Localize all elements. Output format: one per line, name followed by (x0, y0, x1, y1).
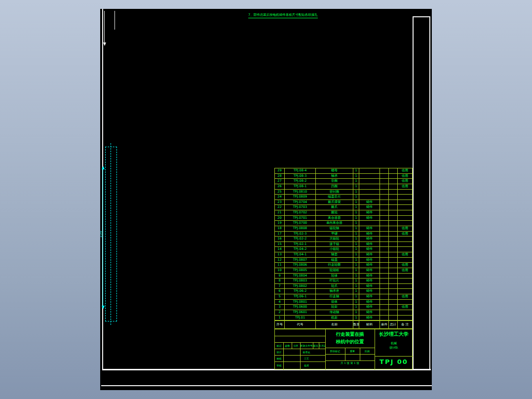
bom-cell-qty: 1 (353, 305, 359, 310)
bom-cell-total (389, 252, 398, 257)
bom-header-cell: 数量 (353, 321, 359, 328)
bom-cell-name: 棘爪 (316, 205, 353, 210)
bom-cell-material: 铸件 (359, 226, 380, 231)
bom-cell-no: 7 (275, 284, 285, 289)
bom-cell-no: 9 (275, 274, 285, 279)
bom-cell-total (389, 263, 398, 268)
bom-row: 8TPJ.0803叶轮片1铸件 (275, 279, 412, 284)
bom-cell-qty: 1 (353, 289, 359, 294)
bom-cell-total (389, 289, 398, 294)
bom-cell-unit (380, 258, 389, 263)
bom-cell-material: 铸件 (359, 284, 380, 289)
bom-cell-material (359, 174, 380, 179)
bom-row: 10TPJ.0805轮辐板1铸件借用 (275, 268, 412, 274)
bom-cell-name: 垫圈 (316, 179, 353, 184)
bom-cell-no: 28 (275, 174, 285, 179)
bom-cell-no: 16 (275, 237, 285, 241)
bom-cell-total (389, 316, 398, 320)
bom-cell-unit (380, 252, 389, 257)
bom-cell-remark (398, 190, 412, 195)
bom-row: 13TPJ.04-1轴套1铸件借用 (275, 252, 412, 258)
bom-cell-material: 铸件 (359, 200, 380, 205)
bom-cell-name: 轮架 (316, 305, 353, 310)
bom-cell-name: 行走轮毂 (316, 263, 353, 268)
bom-cell-name: 密封圈 (316, 190, 353, 195)
bom-cell-unit (380, 279, 389, 283)
bom-cell-qty: 1 (353, 179, 359, 184)
bom-header-cell: 序号 (275, 321, 285, 328)
bom-cell-qty: 1 (353, 195, 359, 200)
bom-rows: 29TPJ.08-4螺母1借用28TPJ.08-3轴承1借用27TPJ.08-2… (275, 168, 412, 320)
label-stage-mark: 阶段标记 (325, 350, 345, 353)
page-background: 7、部件总装后按电机铸件基板尺寸配钻各联接孔 250 29TPJ.08-4螺母1… (0, 0, 532, 399)
bom-cell-unit (380, 226, 389, 231)
bom-cell-qty: 1 (353, 274, 359, 279)
bom-row: 6TPJ.06-2轴承座1铸件 (275, 289, 412, 294)
bom-row: 12TPJ.0807端盖1铸件 (275, 258, 412, 263)
bom-cell-code: TPJ.0803 (285, 279, 316, 283)
bom-cell-code: TPJ.04-1 (285, 252, 316, 257)
bom-cell-remark: 借用 (398, 168, 412, 173)
bom-cell-remark (398, 221, 412, 226)
sheet-bottom-edge-line (101, 385, 432, 386)
bom-cell-unit (380, 310, 389, 315)
bom-cell-unit (380, 284, 389, 289)
bom-cell-no: 24 (275, 195, 285, 200)
bom-cell-material (359, 221, 380, 226)
bom-cell-material: 铸件 (359, 210, 380, 215)
bom-cell-total (389, 268, 398, 273)
bom-cell-qty: 1 (353, 294, 359, 299)
bom-cell-material: 铸件 (359, 263, 380, 268)
university-name: 长沙理工大学 (375, 331, 413, 338)
bom-cell-code: TPJ.08-3 (285, 174, 316, 179)
bom-cell-total (389, 294, 398, 299)
bom-cell-material (359, 195, 380, 200)
bom-cell-remark (398, 316, 412, 320)
bom-row: 14TPJ.04-2小链轮1铸件 (275, 247, 412, 252)
bom-cell-remark: 借用 (398, 305, 412, 310)
bom-row: 15TPJ.02-1滚子链1铸件 (275, 242, 412, 247)
label-process: 工艺 (300, 357, 313, 360)
bom-cell-no: 18 (275, 226, 285, 231)
bom-cell-remark (398, 310, 412, 315)
bom-cell-material: 铸件 (359, 205, 380, 210)
bom-cell-material: 铸件 (359, 305, 380, 310)
bom-cell-unit (380, 316, 389, 320)
bom-cell-name: 轮辐板 (316, 268, 353, 273)
bom-cell-unit (380, 179, 389, 184)
bom-cell-no: 10 (275, 268, 285, 273)
bom-cell-total (389, 216, 398, 221)
bom-cell-qty: 1 (353, 232, 359, 237)
label-check: 校核 (275, 357, 283, 360)
bom-cell-qty: 1 (353, 168, 359, 173)
bom-row: 2TPJ.0601传动轴1铸件 (275, 310, 412, 316)
bom-cell-qty: 1 (353, 190, 359, 195)
bom-cell-total (389, 168, 398, 173)
bom-cell-qty: 1 (353, 284, 359, 289)
bom-table: 29TPJ.08-4螺母1借用28TPJ.08-3轴承1借用27TPJ.08-2… (274, 168, 413, 329)
titleblock-grid-line (275, 336, 325, 336)
label-sign: 签名 (313, 344, 319, 347)
bom-cell-name: 滚子链 (316, 242, 353, 247)
bom-cell-material: 铸件 (359, 294, 380, 299)
bom-cell-total (389, 279, 398, 283)
sheet-count: 共 1 张 第 1 张 (325, 361, 375, 365)
department-line2: 设计队 (375, 346, 413, 350)
label-mark: 标记 (275, 344, 283, 347)
bom-cell-remark (398, 237, 412, 241)
bom-header-cell: 代号 (285, 321, 316, 328)
bom-cell-unit (380, 174, 389, 179)
bom-cell-material: 铸件 (359, 232, 380, 237)
bom-cell-remark (398, 289, 412, 294)
title-block: 标记 处数 分区 更改文件号 签名 年月日 设计 标准化 校核 工艺 审核 批准… (274, 329, 413, 369)
bom-cell-no: 29 (275, 168, 285, 173)
bom-cell-code: TPJ.02-1 (285, 242, 316, 247)
bom-cell-qty: 1 (353, 226, 359, 231)
bom-cell-name: 传动轴 (316, 310, 353, 315)
bom-cell-no: 25 (275, 190, 285, 195)
bom-cell-code: TPJ.0700 (285, 221, 316, 226)
bom-cell-no: 4 (275, 300, 285, 305)
titleblock-grid-line (325, 354, 375, 355)
bom-row: 29TPJ.08-4螺母1借用 (275, 168, 412, 174)
drawing-canvas[interactable]: 7、部件总装后按电机铸件基板尺寸配钻各联接孔 250 29TPJ.08-4螺母1… (100, 9, 432, 390)
